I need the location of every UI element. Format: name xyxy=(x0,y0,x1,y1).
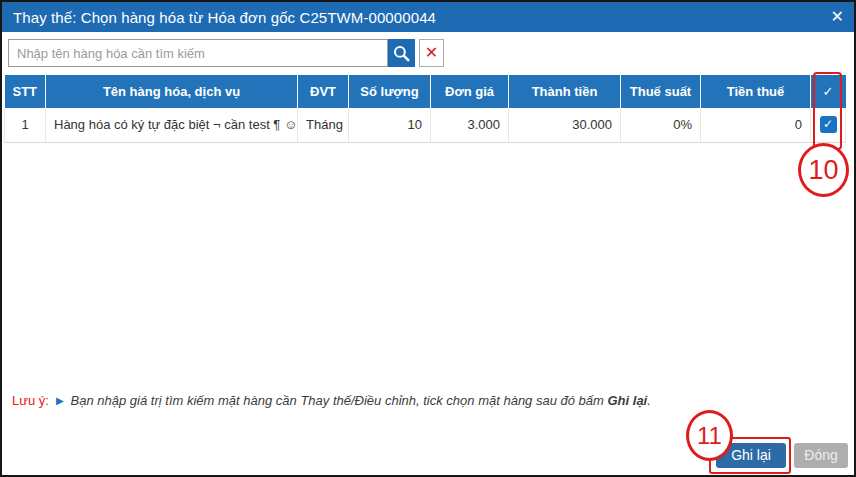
row-checkbox[interactable]: ✓ xyxy=(820,116,837,133)
col-header-so-luong: Số lượng xyxy=(349,75,431,108)
goods-table: STT Tên hàng hóa, dịch vụ ĐVT Số lượng Đ… xyxy=(4,75,846,143)
cell-tien-thue: 0 xyxy=(701,108,811,142)
col-header-thue-suat: Thuế suất xyxy=(621,75,701,108)
col-header-don-gia: Đơn giá xyxy=(431,75,509,108)
clear-icon: ✕ xyxy=(425,44,438,61)
annotation-circle-step10: 10 xyxy=(798,143,849,197)
select-all-check-icon[interactable]: ✓ xyxy=(823,84,834,99)
note-text-before: Bạn nhập giá trị tìm kiếm mặt hàng cần T… xyxy=(71,393,608,408)
cell-ten-hang-hoa: Hàng hóa có ký tự đặc biệt ¬ cần test ¶ … xyxy=(46,108,298,142)
cell-dvt: Tháng xyxy=(298,108,349,142)
note-text-after: . xyxy=(647,393,651,408)
save-button[interactable]: Ghi lại xyxy=(716,443,786,468)
cell-don-gia: 3.000 xyxy=(431,108,509,142)
col-header-tien-thue: Tiền thuế xyxy=(701,75,811,108)
clear-search-button[interactable]: ✕ xyxy=(419,39,444,67)
cell-thue-suat: 0% xyxy=(621,108,701,142)
col-header-stt: STT xyxy=(5,75,46,108)
close-button[interactable]: Đóng xyxy=(794,443,848,468)
table-header-row: STT Tên hàng hóa, dịch vụ ĐVT Số lượng Đ… xyxy=(5,75,846,108)
dialog-titlebar: Thay thế: Chọn hàng hóa từ Hóa đơn gốc C… xyxy=(2,2,854,32)
cell-stt: 1 xyxy=(5,108,46,142)
search-input[interactable] xyxy=(8,39,388,67)
col-header-select-all[interactable]: ✓ xyxy=(811,75,846,108)
note-text: Bạn nhập giá trị tìm kiếm mặt hàng cần T… xyxy=(71,393,651,408)
cell-thanh-tien: 30.000 xyxy=(509,108,621,142)
cell-select: ✓ xyxy=(811,108,846,142)
bullet-icon: ▶ xyxy=(56,395,64,406)
note-label: Lưu ý: xyxy=(12,393,49,408)
search-icon xyxy=(392,44,411,63)
search-button[interactable] xyxy=(388,39,415,67)
replace-goods-dialog: Thay thế: Chọn hàng hóa từ Hóa đơn gốc C… xyxy=(0,0,856,477)
note-text-bold: Ghi lại xyxy=(608,393,648,408)
col-header-thanh-tien: Thành tiền xyxy=(509,75,621,108)
close-icon[interactable]: ✕ xyxy=(831,2,854,32)
dialog-title: Thay thế: Chọn hàng hóa từ Hóa đơn gốc C… xyxy=(2,9,436,26)
table-row[interactable]: 1 Hàng hóa có ký tự đặc biệt ¬ cần test … xyxy=(5,108,846,142)
col-header-ten-hang-hoa: Tên hàng hóa, dịch vụ xyxy=(46,75,298,108)
col-header-dvt: ĐVT xyxy=(298,75,349,108)
note-row: Lưu ý: ▶ Bạn nhập giá trị tìm kiếm mặt h… xyxy=(12,393,651,408)
cell-so-luong: 10 xyxy=(349,108,431,142)
